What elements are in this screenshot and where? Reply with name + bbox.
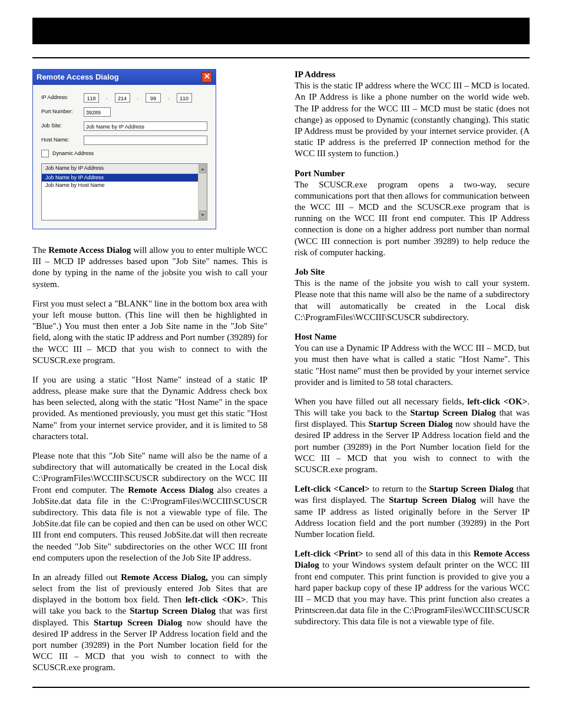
hostname-label: Host Name:: [41, 137, 78, 144]
ip-octet-4[interactable]: 110: [177, 93, 192, 103]
jobsite-listbox[interactable]: Job Name by IP Address Job Name by IP Ad…: [41, 163, 207, 220]
ip-octet-1[interactable]: 118: [84, 93, 99, 103]
jobsite-label: Job Site:: [41, 123, 78, 130]
dialog-title-text: Remote Access Dialog: [37, 73, 119, 83]
body-paragraph: IP Address This is the static IP address…: [295, 69, 530, 160]
body-paragraph: Left-click <Print> to send all of this d…: [295, 548, 530, 627]
listbox-header: Job Name by IP Address: [42, 164, 198, 174]
left-column: Remote Access Dialog ✕ IP Address: 118. …: [32, 69, 267, 674]
top-rule: [32, 57, 530, 58]
listbox-scrollbar[interactable]: [198, 164, 207, 220]
body-paragraph: First you must select a "BLANK" line in …: [32, 298, 267, 366]
body-paragraph: When you have filled out all necessary f…: [295, 396, 530, 475]
list-item[interactable]: Job Name by IP Address: [42, 174, 198, 182]
body-paragraph: Port Number The SCUSCR.exe program opens…: [295, 168, 530, 259]
page-header-banner: [32, 18, 530, 50]
hostname-input[interactable]: [84, 136, 207, 145]
ip-octet-2[interactable]: 214: [115, 93, 130, 103]
svg-marker-1: [201, 214, 204, 216]
dynamic-address-label: Dynamic Address: [52, 150, 94, 157]
bottom-rule: [32, 687, 530, 688]
body-paragraph: Please note that this "Job Site" name wi…: [32, 450, 267, 564]
remote-access-dialog: Remote Access Dialog ✕ IP Address: 118. …: [32, 69, 216, 229]
body-paragraph: If you are using a static "Host Name" in…: [32, 374, 267, 442]
list-item[interactable]: Job Name by Host Name: [42, 182, 198, 190]
scroll-down-icon[interactable]: [199, 210, 206, 219]
port-input[interactable]: 39289: [84, 107, 111, 117]
dynamic-address-checkbox[interactable]: [41, 150, 49, 157]
body-paragraph: Left-click <Cancel> to return to the Sta…: [295, 483, 530, 540]
dialog-titlebar: Remote Access Dialog ✕: [33, 70, 216, 85]
jobsite-input[interactable]: Job Name by IP Address: [84, 121, 207, 131]
ip-octet-3[interactable]: 99: [146, 93, 161, 103]
port-label: Port Number:: [41, 108, 78, 116]
ip-label: IP Address:: [41, 94, 78, 101]
body-paragraph: Job Site This is the name of the jobsite…: [295, 266, 530, 323]
right-column: IP Address This is the static IP address…: [295, 69, 530, 674]
body-paragraph: In an already filled out Remote Access D…: [32, 572, 267, 674]
body-paragraph: Host Name You can use a Dynamic IP Addre…: [295, 331, 530, 388]
body-paragraph: The Remote Access Dialog will allow you …: [32, 245, 267, 290]
close-icon[interactable]: ✕: [201, 72, 212, 83]
svg-marker-0: [201, 168, 204, 170]
scroll-up-icon[interactable]: [199, 164, 206, 173]
